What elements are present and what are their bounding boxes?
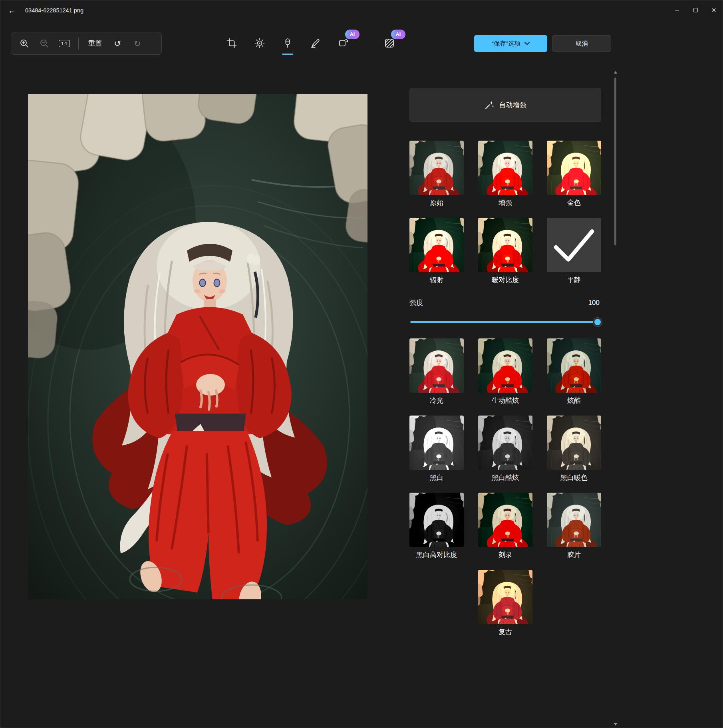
undo-icon: ↺ [114,39,121,48]
crop-icon [226,38,237,48]
filter-option-bw-warm[interactable]: 黑白暖色 [547,416,601,482]
zoom-in-button[interactable] [15,35,34,52]
scrollbar-thumb[interactable] [614,78,616,245]
filter-label: 生动酷炫 [492,396,519,405]
filter-label: 黑白酷炫 [492,473,519,482]
zoom-history-toolbar: 1:1 重置 ↺ ↻ [11,32,162,55]
filter-grid-bottom: 冷光 生动酷炫 炫酷 黑白 黑白酷炫 黑白暖色 [409,338,601,637]
intensity-slider[interactable] [409,318,601,326]
filter-thumbnail [478,570,532,624]
zoom-in-icon [19,38,30,49]
selected-tool-indicator [282,54,293,55]
filter-option-retro[interactable]: 复古 [478,570,532,637]
filter-option-calm-selected[interactable]: 平静 [547,218,601,284]
maximize-button[interactable] [686,0,705,20]
filter-label: 金色 [567,199,581,207]
close-icon: × [711,6,716,14]
scroll-down-icon[interactable] [614,723,617,726]
filter-label: 暖对比度 [492,276,519,284]
filter-option-vivid-cool[interactable]: 生动酷炫 [478,338,532,405]
photo-canvas [28,94,367,599]
filter-option-bw-high-contrast[interactable]: 黑白高对比度 [409,493,464,559]
filter-option-film[interactable]: 胶片 [547,493,601,559]
filter-thumbnail [478,416,532,470]
redo-icon: ↻ [134,39,141,48]
zoom-out-icon [39,38,50,49]
filter-label: 辐射 [430,276,443,284]
texture-icon [384,38,395,48]
filter-thumbnail [409,416,464,470]
window-title: 03484-622851241.png [25,0,83,21]
zoom-ratio-button[interactable]: 1:1 [55,35,73,52]
filter-label: 黑白 [430,473,443,482]
zoom-ratio-icon: 1:1 [59,40,70,47]
filter-option-warm-contrast[interactable]: 暖对比度 [478,218,532,284]
save-options-button[interactable]: “保存”选项 [474,35,547,52]
filter-thumbnail [478,218,532,272]
save-options-label: “保存”选项 [492,40,520,48]
intensity-row: 强度 100 [409,298,601,307]
magic-wand-icon [485,100,494,110]
filters-panel: 自动增强 原始 增强 金色 辐射 暖对比度 [409,88,601,637]
reset-button[interactable]: 重置 [83,35,107,52]
titlebar: ← 03484-622851241.png – × [0,0,723,21]
markup-tool-button[interactable] [306,34,325,53]
filter-thumbnail [409,338,464,393]
filter-label: 黑白高对比度 [416,551,457,559]
filter-thumbnail [547,416,601,470]
adjust-tool-button[interactable] [250,34,269,53]
filter-thumbnail [409,493,464,547]
filter-thumbnail [409,218,464,272]
filter-option-original[interactable]: 原始 [409,141,464,207]
zoom-out-button[interactable] [35,35,54,52]
filter-option-cool-light[interactable]: 冷光 [409,338,464,405]
filter-icon [282,38,293,48]
filter-thumbnail [547,141,601,195]
filter-option-enhance[interactable]: 增强 [478,141,532,207]
ai-badge: AI [391,30,405,39]
back-button[interactable]: ← [4,3,20,18]
slider-knob[interactable] [593,318,602,326]
undo-button[interactable]: ↺ [108,35,127,52]
checkmark-icon [547,218,601,272]
edit-tools: AI AI [222,34,399,53]
filter-label: 原始 [430,199,443,207]
filter-label: 刻录 [499,551,512,559]
brightness-icon [254,38,265,48]
filter-tool-button[interactable] [278,34,297,53]
close-button[interactable]: × [705,0,723,20]
toolbar-divider [78,38,79,50]
minimize-icon: – [675,6,679,14]
filter-thumbnail [478,141,532,195]
filter-option-burn[interactable]: 刻录 [478,493,532,559]
cancel-button[interactable]: 取消 [552,35,611,52]
filter-option-gold[interactable]: 金色 [547,141,601,207]
filter-option-radiate[interactable]: 辐射 [409,218,464,284]
photos-app-window: ← 03484-622851241.png – × 1:1 重置 ↺ ↻ [0,0,723,728]
filter-thumbnail [547,338,601,393]
auto-enhance-button[interactable]: 自动增强 [409,88,601,122]
filter-thumbnail [478,493,532,547]
filter-thumbnail [547,493,601,547]
filter-label: 冷光 [430,396,443,405]
filter-grid-top: 原始 增强 金色 辐射 暖对比度 平静 [409,141,601,284]
crop-tool-button[interactable] [222,34,241,53]
filter-label: 炫酷 [567,396,581,405]
maximize-icon [693,8,698,12]
slider-track[interactable] [410,321,600,323]
pen-icon [310,38,321,48]
scroll-up-icon[interactable] [614,71,617,74]
filter-label: 黑白暖色 [560,473,588,482]
intensity-value: 100 [588,299,600,307]
auto-enhance-label: 自动增强 [499,100,526,109]
minimize-button[interactable]: – [668,0,686,20]
back-arrow-icon: ← [8,6,16,15]
chevron-down-icon [524,42,530,45]
filter-label: 胶片 [567,551,581,559]
panel-scrollbar[interactable] [613,69,618,728]
filter-option-cool[interactable]: 炫酷 [547,338,601,405]
filter-option-bw-cool[interactable]: 黑白酷炫 [478,416,532,482]
redo-button[interactable]: ↻ [128,35,147,52]
filter-option-bw[interactable]: 黑白 [409,416,464,482]
filter-thumbnail [409,141,464,195]
